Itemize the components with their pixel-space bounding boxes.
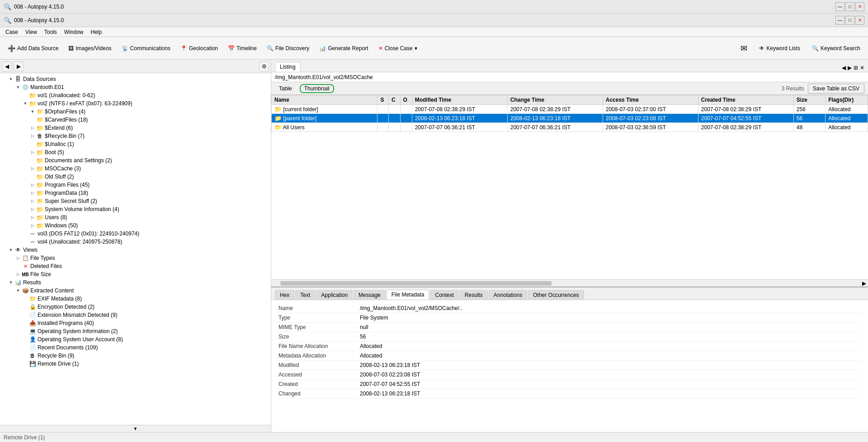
tree-results[interactable]: ▼ 📊 Results: [0, 278, 271, 287]
scroll-right-icon[interactable]: ▶: [860, 280, 868, 287]
next-arrow[interactable]: ▶: [848, 65, 852, 71]
tree-vol1[interactable]: ▷ 📁 vol1 (Unallocated: 0-62): [0, 91, 271, 99]
close-panel-icon[interactable]: ✕: [860, 65, 864, 71]
col-created[interactable]: Created Time: [698, 95, 793, 105]
msocache-toggle[interactable]: ▷: [29, 165, 36, 172]
tree-recycle[interactable]: ▷ 🗑 $Recycle.Bin (7): [0, 132, 271, 140]
tree-carved[interactable]: ▷ 📁 $CarvedFiles (18): [0, 116, 271, 124]
email-button[interactable]: ✉: [736, 41, 751, 56]
keyword-lists-button[interactable]: 👁 Keyword Lists: [755, 43, 804, 54]
keyword-search-button[interactable]: 🔍 Keyword Search: [808, 43, 864, 54]
tree-installed[interactable]: ▷ 📥 Installed Programs (40): [0, 319, 271, 327]
tree-remotedrive[interactable]: ▷ 💾 Remote Drive (1): [0, 360, 271, 368]
tree-supersecret[interactable]: ▷ 📁 Super Secret Stuff (2): [0, 197, 271, 205]
tree-vol3[interactable]: ▷ ─ vol3 (DOS FAT12 (0x01): 224910-24097…: [0, 230, 271, 238]
recycle-toggle[interactable]: ▷: [29, 132, 36, 140]
filesize-toggle[interactable]: ▷: [14, 271, 22, 278]
boot-toggle[interactable]: ▷: [29, 149, 36, 156]
tree-boot[interactable]: ▷ 📁 Boot (5): [0, 148, 271, 156]
filetypes-toggle[interactable]: ▷: [14, 254, 22, 262]
close-btn-1[interactable]: ✕: [855, 2, 864, 11]
col-s[interactable]: S: [377, 95, 389, 105]
tree-filesize[interactable]: ▷ MB File Size: [0, 270, 271, 278]
tree-msocache[interactable]: ▷ 📁 MSOCache (3): [0, 165, 271, 173]
data-sources-toggle[interactable]: ▼: [7, 75, 14, 83]
col-modified[interactable]: Modified Time: [412, 95, 507, 105]
menu-help[interactable]: Help: [87, 28, 106, 36]
menu-case[interactable]: Case: [2, 28, 22, 36]
tree-exif[interactable]: ▷ 📁 EXIF Metadata (8): [0, 295, 271, 303]
table-subtab[interactable]: Table: [275, 84, 296, 93]
col-change[interactable]: Change Time: [507, 95, 603, 105]
views-toggle[interactable]: ▼: [7, 246, 14, 254]
users-toggle[interactable]: ▷: [29, 214, 36, 221]
col-flags[interactable]: Flags(Dir): [826, 95, 868, 105]
tree-orphan[interactable]: ▼ 📁 $OrphanFiles (4): [0, 108, 271, 116]
tree-recentdocs[interactable]: ▷ 📄 Recent Documents (109): [0, 343, 271, 352]
menu-view[interactable]: View: [22, 28, 41, 36]
tab-application[interactable]: Application: [316, 290, 353, 300]
col-name[interactable]: Name: [272, 95, 377, 105]
file-discovery-button[interactable]: 🔍 File Discovery: [263, 43, 313, 54]
supersecret-toggle[interactable]: ▷: [29, 197, 36, 205]
tab-context[interactable]: Context: [430, 290, 458, 300]
tree-windows[interactable]: ▷ 📁 Windows (50): [0, 221, 271, 230]
tree-programfiles[interactable]: ▷ 📁 Program Files (45): [0, 181, 271, 189]
results-toggle[interactable]: ▼: [7, 279, 14, 286]
programdata-toggle[interactable]: ▷: [29, 189, 36, 197]
minimize-btn-2[interactable]: —: [835, 16, 844, 25]
close-btn-2[interactable]: ✕: [855, 16, 864, 25]
tab-message[interactable]: Message: [354, 290, 386, 300]
nav-forward-button[interactable]: ▶: [14, 61, 24, 71]
h-scrollbar-thumb[interactable]: [280, 281, 552, 286]
programfiles-toggle[interactable]: ▷: [29, 181, 36, 188]
menu-window[interactable]: Window: [61, 28, 87, 36]
tab-file-metadata[interactable]: File Metadata: [387, 290, 429, 300]
extracted-toggle[interactable]: ▼: [14, 287, 22, 294]
listing-tab[interactable]: Listing: [275, 62, 301, 72]
timeline-button[interactable]: 📅 Timeline: [224, 43, 261, 54]
save-csv-button[interactable]: Save Table as CSV: [808, 84, 864, 94]
tree-vol4[interactable]: ▷ ─ vol4 (Unallocated: 240975-250878): [0, 238, 271, 246]
title-controls-1[interactable]: — □ ✕: [835, 2, 864, 11]
tree-osinfo[interactable]: ▷ 💻 Operating System Information (2): [0, 327, 271, 335]
minimize-btn-1[interactable]: —: [835, 2, 844, 11]
nav-back-button[interactable]: ◀: [2, 61, 12, 71]
tab-results[interactable]: Results: [460, 290, 488, 300]
maximize-btn-2[interactable]: □: [845, 16, 854, 25]
col-size[interactable]: Size: [793, 95, 825, 105]
h-scroll-area[interactable]: ▶: [271, 279, 868, 287]
add-data-source-button[interactable]: ➕ Add Data Source: [4, 42, 62, 54]
table-row[interactable]: 📁 All Users2007-07-07 06:36:21 IST2007-0…: [272, 123, 868, 132]
col-access[interactable]: Access Time: [603, 95, 698, 105]
tree-extend[interactable]: ▷ 📁 $Extend (6): [0, 124, 271, 132]
tree-oldstuff[interactable]: ▷ 📁 Old Stuff (2): [0, 173, 271, 181]
mantooth-toggle[interactable]: ▼: [14, 84, 22, 91]
scroll-down-icon[interactable]: ▼: [133, 426, 138, 431]
generate-report-button[interactable]: 📊 Generate Report: [315, 43, 372, 54]
images-videos-button[interactable]: 🖼 Images/Videos: [64, 43, 115, 54]
tree-osuseraccount[interactable]: ▷ 👤 Operating System User Account (8): [0, 335, 271, 343]
tree-mantooth[interactable]: ▼ 💿 Mantooth.E01: [0, 83, 271, 91]
tree-deleted[interactable]: ▷ ✕ Deleted Files: [0, 262, 271, 270]
tree-views[interactable]: ▼ 👁 Views: [0, 246, 271, 254]
windows-toggle[interactable]: ▷: [29, 222, 36, 229]
table-row[interactable]: 📁 [parent folder]2008-02-13 06:23:18 IST…: [272, 114, 868, 123]
tree-sysvolinfo[interactable]: ▷ 📁 System Volume Information (4): [0, 205, 271, 213]
close-case-button[interactable]: ✕ Close Case ▾: [374, 43, 421, 54]
tree-unalloc[interactable]: ▷ 📁 $Unalloc (1): [0, 140, 271, 148]
tab-text[interactable]: Text: [295, 290, 315, 300]
vol2-toggle[interactable]: ▼: [22, 100, 29, 107]
sysvolinfo-toggle[interactable]: ▷: [29, 206, 36, 213]
tab-other-occurrences[interactable]: Other Occurrences: [528, 290, 584, 300]
expand-icon[interactable]: ⊞: [854, 65, 858, 71]
extend-toggle[interactable]: ▷: [29, 124, 36, 132]
tree-filetypes[interactable]: ▷ 📋 File Types: [0, 254, 271, 262]
tree-data-sources[interactable]: ▼ 🗄 Data Sources: [0, 75, 271, 83]
thumbnail-subtab[interactable]: Thumbnail: [300, 84, 334, 93]
menu-tools[interactable]: Tools: [41, 28, 61, 36]
tree-extracted[interactable]: ▼ 📦 Extracted Content: [0, 287, 271, 295]
tab-hex[interactable]: Hex: [275, 290, 294, 300]
col-c[interactable]: C: [389, 95, 400, 105]
col-o[interactable]: O: [400, 95, 412, 105]
